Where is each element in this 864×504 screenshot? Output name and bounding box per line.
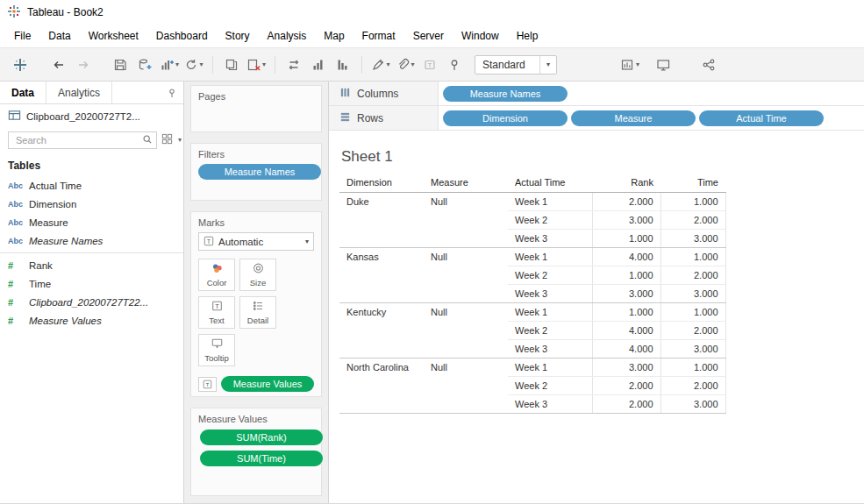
rank-cell[interactable]: 3.000	[592, 358, 660, 377]
view-options-caret-icon[interactable]: ▾	[178, 137, 182, 144]
week-cell[interactable]: Week 1	[508, 358, 592, 377]
col-header-rank[interactable]: Rank	[592, 174, 660, 193]
week-cell[interactable]: Week 2	[508, 322, 592, 340]
rank-cell[interactable]: 2.000	[592, 395, 660, 414]
week-cell[interactable]: Week 2	[508, 211, 592, 230]
col-header-dimension[interactable]: Dimension	[339, 174, 424, 193]
highlight-icon[interactable]: ▾	[369, 53, 392, 76]
col-header-measure[interactable]: Measure	[424, 174, 508, 193]
menu-item-map[interactable]: Map	[315, 26, 353, 46]
menu-item-window[interactable]: Window	[453, 26, 508, 46]
size-button[interactable]: Size	[239, 259, 276, 291]
week-cell[interactable]: Week 1	[508, 303, 592, 322]
add-data-source-icon[interactable]	[133, 53, 156, 76]
color-button[interactable]: Color	[198, 259, 235, 291]
time-cell[interactable]: 1.000	[660, 303, 725, 322]
detail-button[interactable]: Detail	[239, 296, 276, 329]
col-header-actual-time[interactable]: Actual Time	[508, 174, 592, 193]
save-icon[interactable]	[109, 53, 132, 76]
rank-cell[interactable]: 2.000	[592, 377, 660, 395]
presentation-mode-icon[interactable]	[652, 53, 675, 76]
field-measure-values[interactable]: #Measure Values	[0, 311, 183, 330]
rank-cell[interactable]: 4.000	[592, 340, 660, 358]
tab-analytics[interactable]: Analytics	[46, 82, 112, 103]
field-clipboard-20200727t22[interactable]: #Clipboard_20200727T22...	[0, 293, 183, 311]
pill-measure-values[interactable]: Measure Values	[221, 376, 314, 392]
field-rank[interactable]: #Rank	[0, 256, 183, 274]
fix-axes-icon[interactable]	[443, 53, 466, 76]
time-cell[interactable]: 2.000	[660, 377, 725, 395]
rows-shelf-pills[interactable]: DimensionMeasureActual Time	[439, 106, 864, 130]
rank-cell[interactable]: 2.000	[592, 193, 660, 211]
search-input[interactable]	[14, 134, 142, 146]
search-box[interactable]	[8, 131, 157, 149]
pill-measure-names[interactable]: Measure Names	[443, 86, 568, 102]
menu-item-help[interactable]: Help	[508, 26, 547, 46]
clear-sheet-icon[interactable]: ▾	[245, 53, 268, 76]
text-button[interactable]: T Text	[198, 296, 235, 329]
week-cell[interactable]: Week 3	[508, 395, 592, 414]
view-toggle-icon[interactable]	[161, 133, 173, 147]
measure-cell[interactable]: Null	[424, 248, 508, 303]
time-cell[interactable]: 2.000	[660, 266, 725, 285]
time-cell[interactable]: 3.000	[660, 340, 725, 358]
sort-descending-icon[interactable]	[332, 53, 354, 76]
rank-cell[interactable]: 3.000	[592, 211, 660, 230]
measure-cell[interactable]: Null	[424, 358, 508, 414]
dimension-cell[interactable]: Kentucky	[339, 303, 424, 358]
time-cell[interactable]: 1.000	[660, 248, 725, 266]
week-cell[interactable]: Week 1	[508, 193, 592, 211]
menu-item-story[interactable]: Story	[217, 26, 259, 46]
pill-measure[interactable]: Measure	[571, 110, 696, 126]
tooltip-button[interactable]: Tooltip	[198, 334, 235, 366]
time-cell[interactable]: 1.000	[660, 358, 725, 377]
menu-item-file[interactable]: File	[5, 26, 39, 46]
pill-sum-time[interactable]: SUM(Time)	[200, 451, 323, 466]
group-members-icon[interactable]: ▾	[394, 53, 417, 76]
menu-item-server[interactable]: Server	[404, 26, 453, 46]
field-time[interactable]: #Time	[0, 274, 183, 293]
datasource-item[interactable]: Clipboard_20200727T2...	[0, 104, 183, 128]
week-cell[interactable]: Week 3	[508, 285, 592, 303]
rank-cell[interactable]: 1.000	[592, 230, 660, 248]
field-actual-time[interactable]: AbcActual Time	[0, 176, 183, 195]
week-cell[interactable]: Week 2	[508, 266, 592, 285]
rank-cell[interactable]: 3.000	[592, 285, 660, 303]
week-cell[interactable]: Week 3	[508, 230, 592, 248]
swap-rows-columns-icon[interactable]	[282, 53, 305, 76]
tableau-logo-icon[interactable]	[9, 53, 32, 76]
mark-type-dropdown[interactable]: T Automatic ▾	[198, 232, 314, 251]
col-header-time[interactable]: Time	[660, 174, 725, 193]
show-mark-labels-icon[interactable]: T	[418, 53, 441, 76]
menu-item-dashboard[interactable]: Dashboard	[147, 26, 217, 46]
time-cell[interactable]: 3.000	[660, 230, 725, 248]
measure-cell[interactable]: Null	[424, 193, 508, 248]
week-cell[interactable]: Week 3	[508, 340, 592, 358]
pill-measure-names[interactable]: Measure Names	[198, 164, 321, 180]
time-cell[interactable]: 3.000	[660, 395, 725, 414]
measure-cell[interactable]: Null	[424, 303, 508, 358]
undo-icon[interactable]	[47, 53, 70, 76]
time-cell[interactable]: 1.000	[660, 193, 725, 211]
show-hide-cards-icon[interactable]: ▾	[618, 53, 641, 76]
pin-pane-icon[interactable]	[167, 82, 183, 103]
time-cell[interactable]: 2.000	[660, 322, 725, 340]
duplicate-sheet-icon[interactable]	[220, 53, 243, 76]
new-worksheet-icon[interactable]: ▾	[158, 53, 181, 76]
field-dimension[interactable]: AbcDimension	[0, 195, 183, 213]
tab-data[interactable]: Data	[0, 82, 46, 103]
time-cell[interactable]: 3.000	[660, 285, 725, 303]
time-cell[interactable]: 2.000	[660, 211, 725, 230]
rank-cell[interactable]: 4.000	[592, 322, 660, 340]
dimension-cell[interactable]: Kansas	[339, 248, 424, 303]
pill-actual-time[interactable]: Actual Time	[699, 110, 824, 126]
menu-item-data[interactable]: Data	[39, 26, 79, 46]
week-cell[interactable]: Week 1	[508, 248, 592, 266]
rank-cell[interactable]: 1.000	[592, 303, 660, 322]
refresh-data-icon[interactable]: ▾	[182, 53, 205, 76]
menu-item-worksheet[interactable]: Worksheet	[80, 26, 147, 46]
week-cell[interactable]: Week 2	[508, 377, 592, 395]
dimension-cell[interactable]: North Carolina	[339, 358, 424, 414]
sort-ascending-icon[interactable]	[307, 53, 330, 76]
rank-cell[interactable]: 4.000	[592, 248, 660, 266]
